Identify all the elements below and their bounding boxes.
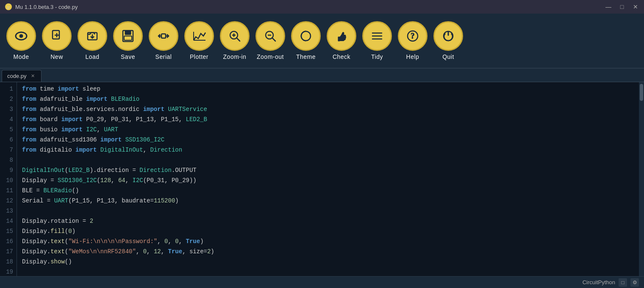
load-button[interactable]: Load [75,17,109,64]
tab-bar: code.py ✕ [0,69,644,82]
zoom-in-label: Zoom-in [223,53,247,60]
svg-point-23 [301,31,311,41]
check-icon [334,28,349,44]
code-line-4: from board import P0_29, P0_31, P1_13, P… [22,114,639,125]
line-num-17: 17 [0,246,17,257]
load-label: Load [85,53,99,60]
zoom-in-button[interactable]: Zoom-in [218,17,252,64]
line-num-2: 2 [0,94,17,104]
check-icon-circle [327,21,356,51]
help-label: Help [406,53,419,60]
mode-button[interactable]: Mode [4,17,38,64]
code-line-13 [22,206,639,216]
line-num-9: 9 [0,165,17,175]
scrollbar-thumb[interactable] [640,84,643,101]
new-label: New [50,53,63,60]
tidy-button[interactable]: Tidy [360,17,394,64]
serial-icon-circle [149,21,178,51]
line-num-15: 15 [0,226,17,236]
zoom-in-icon-circle [220,21,250,51]
tidy-icon-circle [362,21,392,51]
status-settings-button[interactable]: ⚙ [630,278,639,287]
code-line-12: Serial = UART(P1_15, P1_13, baudrate=115… [22,196,639,206]
code-editor[interactable]: 1 2 3 4 5 6 7 8 9 10 11 12 13 14 15 16 1… [0,82,644,276]
help-icon: ? [405,28,420,44]
new-button[interactable]: New [40,17,74,64]
zoom-out-icon [263,28,278,44]
theme-icon [298,28,314,44]
help-button[interactable]: ? Help [396,17,430,64]
tab-close-button[interactable]: ✕ [30,73,36,79]
maximize-button[interactable]: □ [619,3,625,10]
code-line-16: Display.text("Wi-Fi:\n\n\n\nPassword:", … [22,236,639,246]
new-icon-circle [42,21,72,51]
code-line-8 [22,155,639,165]
line-numbers: 1 2 3 4 5 6 7 8 9 10 11 12 13 14 15 16 1… [0,82,17,276]
plotter-label: Plotter [190,53,208,60]
code-tab[interactable]: code.py ✕ [2,70,42,82]
line-num-10: 10 [0,175,17,186]
save-icon [120,28,136,44]
code-line-1: from time import sleep [22,84,639,94]
line-num-6: 6 [0,135,17,145]
plotter-icon-circle [184,21,214,51]
svg-line-21 [272,38,275,41]
serial-label: Serial [155,53,172,60]
mode-icon [14,28,29,44]
svg-text:?: ? [411,32,415,40]
line-num-18: 18 [0,257,17,267]
close-button[interactable]: ✕ [632,3,639,10]
line-num-12: 12 [0,196,17,206]
code-line-19 [22,267,639,276]
minimize-button[interactable]: — [605,3,612,10]
mode-label: Mode [13,53,29,60]
code-line-14: Display.rotation = 2 [22,216,639,226]
code-line-2: from adafruit_ble import BLERadio [22,94,639,104]
line-num-11: 11 [0,186,17,196]
code-line-10: Display = SSD1306_I2C(128, 64, I2C(P0_31… [22,175,639,186]
load-icon [85,28,100,44]
toolbar: Mode New Load [0,14,644,69]
code-line-3: from adafruit_ble.services.nordic import… [22,104,639,114]
line-num-7: 7 [0,145,17,155]
mode-icon-circle [6,21,36,51]
status-mode: CircuitPython [583,279,615,285]
save-icon-circle [113,21,143,51]
title-bar-controls: — □ ✕ [605,3,639,10]
line-num-3: 3 [0,104,17,114]
code-line-6: from adafruit_ssd1306 import SSD1306_I2C [22,135,639,145]
theme-button[interactable]: Theme [289,17,323,64]
tidy-label: Tidy [371,53,383,60]
svg-rect-13 [161,34,166,38]
save-button[interactable]: Save [111,17,145,64]
code-text-area[interactable]: from time import sleep from adafruit_ble… [17,82,639,276]
status-bar: CircuitPython □ ⚙ [0,276,644,288]
vertical-scrollbar[interactable] [639,82,644,276]
zoom-out-label: Zoom-out [257,53,284,60]
zoom-in-icon [227,28,242,44]
plotter-icon [192,28,207,44]
plotter-button[interactable]: Plotter [182,17,216,64]
line-num-4: 4 [0,114,17,125]
quit-icon [441,28,456,44]
line-num-14: 14 [0,216,17,226]
code-line-5: from busio import I2C, UART [22,125,639,135]
tab-name: code.py [7,73,27,79]
code-line-15: Display.fill(0) [22,226,639,236]
check-button[interactable]: Check [325,17,358,64]
zoom-out-button[interactable]: Zoom-out [253,17,287,64]
save-label: Save [121,53,135,60]
window-title: Mu 1.1.0.beta.3 - code.py [15,4,78,10]
status-icon1-button[interactable]: □ [619,278,627,287]
code-line-17: Display.text("WeMos\n\nnRF52840", 0, 12,… [22,246,639,257]
svg-point-1 [19,34,23,38]
code-line-11: BLE = BLERadio() [22,186,639,196]
line-num-16: 16 [0,236,17,246]
quit-button[interactable]: Quit [431,17,465,64]
zoom-out-icon-circle [255,21,285,51]
quit-icon-circle [433,21,463,51]
quit-label: Quit [442,53,454,60]
help-icon-circle: ? [398,21,427,51]
svg-rect-8 [125,30,131,35]
serial-button[interactable]: Serial [147,17,180,64]
